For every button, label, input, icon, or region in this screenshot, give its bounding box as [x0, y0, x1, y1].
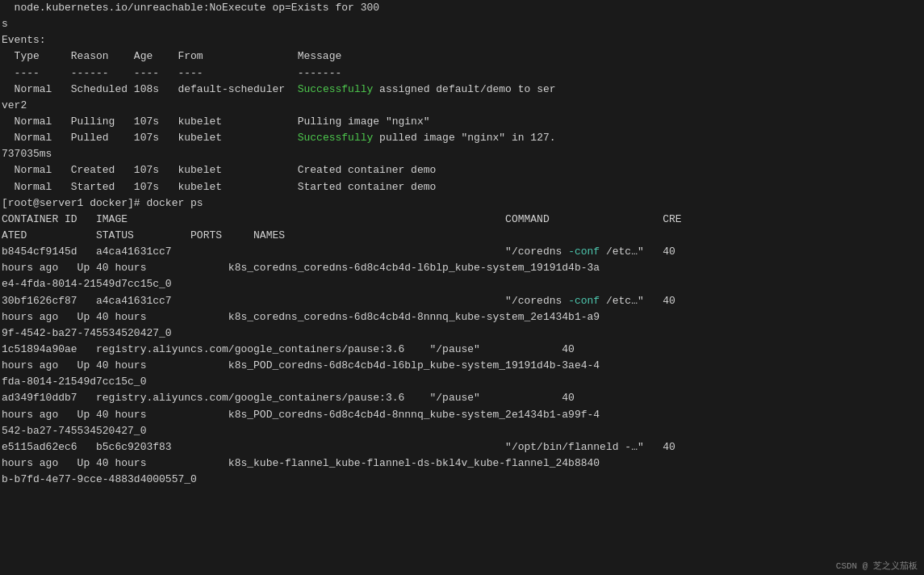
line-events: Events:	[0, 32, 924, 48]
line-flannel-cmd: e5115ad62ec6 b5c6c9203f83 "/opt/bin/flan…	[0, 439, 924, 455]
line-ver2: ver2	[0, 98, 924, 114]
line-coredns1-id: e4-4fda-8014-21549d7cc15c_0	[0, 276, 924, 292]
line-1: node.kubernetes.io/unreachable:NoExecute…	[0, 0, 924, 16]
line-flannel-id: b-b7fd-4e77-9cce-4883d4000557_0	[0, 472, 924, 488]
line-pause2-id: 542-ba27-745534520427_0	[0, 423, 924, 439]
line-created: Normal Created 107s kubelet Created cont…	[0, 162, 924, 178]
line-coredns1-name: hours ago Up 40 hours k8s_coredns_coredn…	[0, 260, 924, 276]
line-2: s	[0, 16, 924, 32]
line-737: 737035ms	[0, 146, 924, 162]
line-docker-header2: ATED STATUS PORTS NAMES	[0, 228, 924, 244]
line-pulling: Normal Pulling 107s kubelet Pulling imag…	[0, 114, 924, 130]
line-coredns2-name: hours ago Up 40 hours k8s_coredns_coredn…	[0, 309, 924, 325]
line-header: Type Reason Age From Message	[0, 48, 924, 65]
line-pause1-id: fda-8014-21549d7cc15c_0	[0, 374, 924, 390]
line-coredns1-cmd: b8454cf9145d a4ca41631cc7 "/coredns -con…	[0, 244, 924, 260]
terminal: node.kubernetes.io/unreachable:NoExecute…	[0, 0, 924, 575]
watermark: CSDN @ 芝之义茄板	[836, 560, 918, 572]
line-prompt: [root@server1 docker]# docker ps	[0, 195, 924, 212]
line-flannel-name: hours ago Up 40 hours k8s_kube-flannel_k…	[0, 455, 924, 472]
line-docker-header1: CONTAINER ID IMAGE COMMAND CRE	[0, 212, 924, 228]
line-scheduled: Normal Scheduled 108s default-scheduler …	[0, 82, 924, 98]
line-pause1-name: hours ago Up 40 hours k8s_POD_coredns-6d…	[0, 358, 924, 374]
line-pause2-cmd: ad349f10ddb7 registry.aliyuncs.com/googl…	[0, 390, 924, 406]
line-started: Normal Started 107s kubelet Started cont…	[0, 179, 924, 195]
line-dashes: ---- ------ ---- ---- -------	[0, 65, 924, 82]
text-successfully-1: Successfully	[298, 83, 374, 95]
line-pulled: Normal Pulled 107s kubelet Successfully …	[0, 130, 924, 146]
text-conf-2: -conf	[568, 295, 600, 307]
line-coredns2-cmd: 30bf1626cf87 a4ca41631cc7 "/coredns -con…	[0, 293, 924, 309]
text-conf-1: -conf	[568, 246, 600, 258]
line-coredns2-id: 9f-4542-ba27-745534520427_0	[0, 325, 924, 342]
text-successfully-2: Successfully	[298, 132, 374, 144]
line-pause2-name: hours ago Up 40 hours k8s_POD_coredns-6d…	[0, 407, 924, 423]
line-pause1-cmd: 1c51894a90ae registry.aliyuncs.com/googl…	[0, 342, 924, 358]
